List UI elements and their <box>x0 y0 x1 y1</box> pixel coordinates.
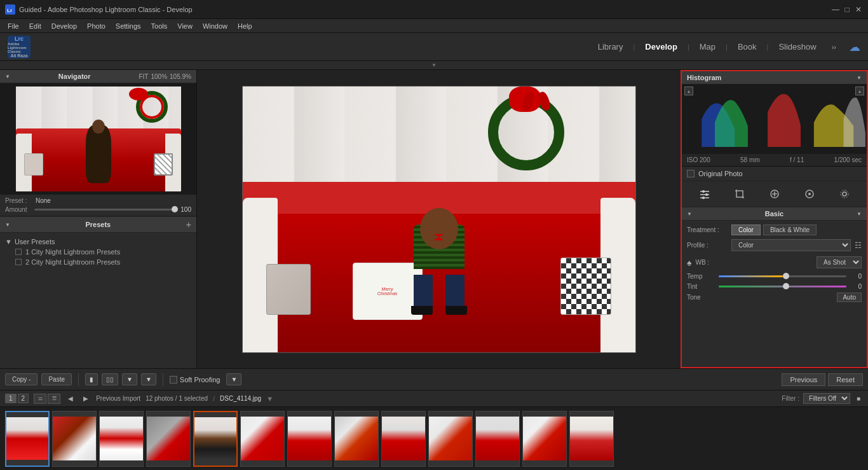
expand-panel-button[interactable]: ▼ <box>226 373 241 385</box>
profile-row: Profile : Color Adobe Color Adobe Landsc… <box>687 239 862 251</box>
filmstrip-lock-button[interactable]: ■ <box>854 394 863 403</box>
filmstrip-thumb-6[interactable] <box>240 411 285 467</box>
tone-row: Tone Auto <box>687 293 862 302</box>
browse-profiles-icon[interactable]: ☷ <box>855 241 862 250</box>
filmstrip-thumb-11[interactable] <box>475 411 520 467</box>
radial-filter-tool[interactable] <box>836 185 853 203</box>
maximize-button[interactable]: □ <box>843 5 851 14</box>
page-number-tabs: 1 2 <box>5 394 29 403</box>
filmstrip-thumb-13[interactable] <box>569 411 614 467</box>
temp-value: 0 <box>846 273 862 280</box>
bottom-right-controls: Previous Reset <box>782 373 863 386</box>
center-panel: MerryChristmas <box>197 70 681 368</box>
navigator-collapse-icon[interactable]: ▼ <box>5 74 10 79</box>
filmstrip-thumb-8[interactable] <box>334 411 379 467</box>
nav-map[interactable]: Map <box>691 39 724 54</box>
crop-tool[interactable] <box>731 185 749 203</box>
next-strip-button[interactable]: ▶ <box>81 394 91 403</box>
meta-iso: ISO 200 <box>687 156 710 163</box>
user-presets-group-header[interactable]: ▼ User Presets <box>5 237 191 247</box>
panel-expand-top[interactable]: ▼ <box>0 61 868 70</box>
basic-expand-icon[interactable]: ▼ <box>857 211 862 217</box>
histogram-collapse-icon[interactable]: ▼ <box>857 75 862 81</box>
wb-dropdown[interactable]: As Shot Auto Daylight Cloudy Custom <box>817 256 862 268</box>
reset-button[interactable]: Reset <box>828 373 863 386</box>
menu-file[interactable]: File <box>3 21 24 31</box>
menu-tools[interactable]: Tools <box>146 21 173 31</box>
auto-tone-button[interactable]: Auto <box>837 293 862 302</box>
nav-book[interactable]: Book <box>729 39 766 54</box>
menu-photo[interactable]: Photo <box>82 21 111 31</box>
add-preset-button[interactable]: + <box>186 219 191 230</box>
color-treatment-button[interactable]: Color <box>731 225 761 235</box>
svg-point-5 <box>705 193 708 196</box>
fit-button[interactable]: FIT <box>139 73 148 80</box>
basic-adjustments-tool[interactable] <box>696 185 714 203</box>
filmstrip-thumb-1[interactable] <box>5 411 50 467</box>
nav-develop[interactable]: Develop <box>636 39 686 54</box>
amount-label: Amount <box>5 206 31 213</box>
preset-item-icon <box>15 259 22 265</box>
heal-brush-tool[interactable] <box>766 185 783 203</box>
grid-view-button[interactable]: ⚌ <box>34 394 46 404</box>
menu-edit[interactable]: Edit <box>24 21 46 31</box>
masking-tool[interactable] <box>801 185 818 203</box>
cloud-sync-icon[interactable]: ☁ <box>849 40 860 54</box>
profile-label: Profile : <box>687 242 731 249</box>
zoom-100-button[interactable]: 100% <box>151 73 167 80</box>
filmstrip-thumb-7[interactable] <box>287 411 332 467</box>
menu-view[interactable]: View <box>172 21 198 31</box>
view-split-button[interactable]: ▯▯ <box>102 373 118 385</box>
paste-button[interactable]: Paste <box>41 373 72 385</box>
histogram-header: Histogram ▼ <box>682 71 867 84</box>
presets-collapse-icon[interactable]: ▼ <box>5 222 10 228</box>
soft-proofing-checkbox[interactable] <box>170 376 177 384</box>
close-button[interactable]: ✕ <box>854 5 863 14</box>
basic-collapse-icon[interactable]: ▼ <box>687 211 692 217</box>
zoom-custom-button[interactable]: 105.9% <box>170 73 191 80</box>
copy-button[interactable]: Copy - <box>5 373 37 385</box>
filmstrip-thumb-3[interactable] <box>99 411 144 467</box>
original-photo-checkbox[interactable] <box>687 170 695 177</box>
prev-strip-button[interactable]: ◀ <box>65 394 76 403</box>
filter-dropdown[interactable]: Filters Off Flagged Rated <box>803 393 850 404</box>
menu-develop[interactable]: Develop <box>46 21 82 31</box>
bw-treatment-button[interactable]: Black & White <box>763 225 817 235</box>
page-1-tab[interactable]: 1 <box>5 394 17 403</box>
original-photo-label: Original Photo <box>698 170 743 177</box>
tint-slider[interactable] <box>719 282 846 290</box>
menu-settings[interactable]: Settings <box>111 21 146 31</box>
menu-window[interactable]: Window <box>198 21 233 31</box>
nav-library[interactable]: Library <box>589 39 632 54</box>
filmstrip-thumb-10[interactable] <box>428 411 473 467</box>
filmstrip-thumb-5[interactable] <box>193 411 238 467</box>
profile-select[interactable]: Color Adobe Color Adobe Landscape Adobe … <box>731 239 851 251</box>
filmstrip-thumb-9[interactable] <box>381 411 426 467</box>
preset-label: Preset : <box>5 197 31 204</box>
filmstrip-thumb-12[interactable] <box>522 411 567 467</box>
histogram-clip-left-icon[interactable]: ▲ <box>684 86 693 95</box>
amount-slider[interactable] <box>34 209 175 211</box>
list-view-button[interactable]: ☰ <box>48 394 60 404</box>
minimize-button[interactable]: — <box>831 5 840 14</box>
filmstrip-thumb-2[interactable] <box>52 411 97 467</box>
menu-help[interactable]: Help <box>233 21 257 31</box>
view-mode-button[interactable]: ▼ <box>141 373 156 385</box>
meta-shutter: 1/200 sec <box>834 156 862 163</box>
wb-eyedropper-tool[interactable]: ♠ <box>687 258 691 268</box>
view-single-button[interactable]: ▮ <box>85 373 98 385</box>
nav-slideshow[interactable]: Slideshow <box>770 39 825 54</box>
view-options-button[interactable]: ▼ <box>122 373 137 385</box>
preset-item-1[interactable]: 1 City Night Lightroom Presets <box>5 247 191 257</box>
temp-slider[interactable] <box>719 272 846 280</box>
filmstrip-thumb-4[interactable] <box>146 411 191 467</box>
preset-item-2[interactable]: 2 City Night Lightroom Presets <box>5 257 191 267</box>
preset-area: Preset : None Amount 100 <box>0 195 196 216</box>
previous-button[interactable]: Previous <box>782 373 825 386</box>
histogram-clip-right-icon[interactable]: ▲ <box>855 86 864 95</box>
window-controls[interactable]: — □ ✕ <box>831 5 863 14</box>
filename-dropdown-icon[interactable]: ▼ <box>266 395 273 403</box>
meta-focal: 58 mm <box>740 156 760 163</box>
page-2-tab[interactable]: 2 <box>18 394 29 403</box>
more-modules-button[interactable]: ›› <box>827 41 841 53</box>
